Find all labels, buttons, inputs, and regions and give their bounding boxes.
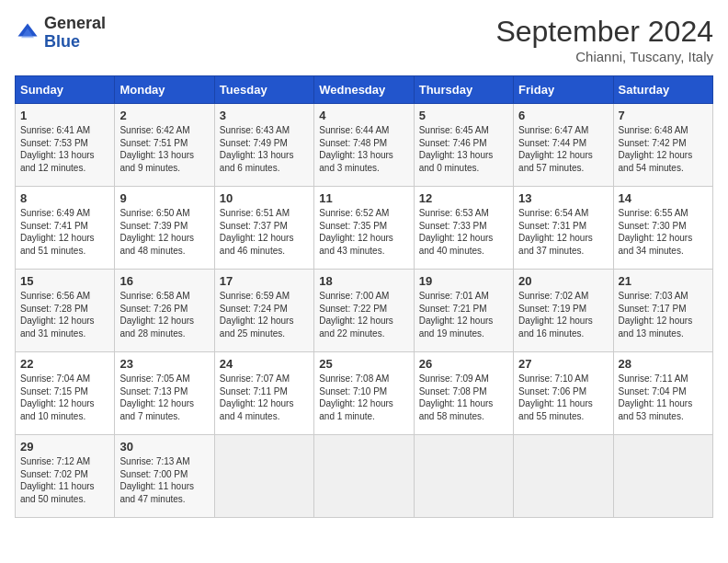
cell-details: Sunrise: 6:59 AMSunset: 7:24 PMDaylight:… [220, 290, 309, 339]
calendar-cell: 21Sunrise: 7:03 AMSunset: 7:17 PMDayligh… [613, 270, 712, 352]
calendar-cell: 27Sunrise: 7:10 AMSunset: 7:06 PMDayligh… [514, 352, 613, 435]
calendar-cell: 7Sunrise: 6:48 AMSunset: 7:42 PMDaylight… [613, 104, 712, 187]
calendar-cell: 25Sunrise: 7:08 AMSunset: 7:10 PMDayligh… [314, 352, 414, 435]
day-number: 14 [619, 191, 708, 205]
day-number: 19 [419, 274, 508, 288]
day-number: 30 [119, 440, 209, 454]
day-header-sunday: Sunday [16, 76, 115, 104]
cell-details: Sunrise: 7:13 AMSunset: 7:00 PMDaylight:… [119, 455, 209, 505]
header-row: SundayMondayTuesdayWednesdayThursdayFrid… [16, 76, 713, 104]
logo-icon [15, 20, 40, 46]
cell-details: Sunrise: 6:41 AMSunset: 7:53 PMDaylight:… [20, 124, 109, 174]
week-row-3: 15Sunrise: 6:56 AMSunset: 7:28 PMDayligh… [16, 270, 713, 352]
calendar-cell: 11Sunrise: 6:52 AMSunset: 7:35 PMDayligh… [314, 187, 414, 270]
cell-details: Sunrise: 6:49 AMSunset: 7:41 PMDaylight:… [20, 207, 109, 257]
calendar-cell [414, 435, 513, 518]
cell-details: Sunrise: 7:08 AMSunset: 7:10 PMDaylight:… [319, 373, 408, 422]
calendar-cell: 20Sunrise: 7:02 AMSunset: 7:19 PMDayligh… [514, 270, 613, 352]
day-number: 4 [319, 109, 408, 122]
day-header-monday: Monday [115, 76, 214, 104]
day-number: 9 [119, 191, 209, 205]
calendar-cell [214, 435, 313, 518]
day-header-friday: Friday [514, 76, 613, 104]
calendar-cell: 13Sunrise: 6:54 AMSunset: 7:31 PMDayligh… [514, 187, 613, 270]
day-number: 28 [619, 357, 708, 371]
logo-text: General Blue [44, 15, 106, 52]
day-number: 13 [518, 191, 608, 205]
day-number: 27 [518, 357, 608, 371]
cell-details: Sunrise: 6:50 AMSunset: 7:39 PMDaylight:… [119, 207, 209, 257]
day-number: 10 [220, 191, 309, 205]
cell-details: Sunrise: 6:43 AMSunset: 7:49 PMDaylight:… [220, 124, 309, 174]
cell-details: Sunrise: 7:01 AMSunset: 7:21 PMDaylight:… [419, 290, 508, 339]
cell-details: Sunrise: 7:09 AMSunset: 7:08 PMDaylight:… [419, 373, 508, 422]
logo: General Blue [15, 15, 106, 52]
day-number: 7 [619, 109, 708, 122]
cell-details: Sunrise: 6:47 AMSunset: 7:44 PMDaylight:… [518, 124, 608, 174]
day-header-tuesday: Tuesday [214, 76, 313, 104]
calendar-cell [613, 435, 712, 518]
calendar-cell: 17Sunrise: 6:59 AMSunset: 7:24 PMDayligh… [214, 270, 313, 352]
day-number: 2 [119, 109, 209, 122]
calendar-cell: 30Sunrise: 7:13 AMSunset: 7:00 PMDayligh… [115, 435, 214, 518]
calendar-cell: 15Sunrise: 6:56 AMSunset: 7:28 PMDayligh… [16, 270, 115, 352]
calendar-cell: 10Sunrise: 6:51 AMSunset: 7:37 PMDayligh… [214, 187, 313, 270]
day-number: 16 [119, 274, 209, 288]
day-number: 21 [619, 274, 708, 288]
calendar-cell: 4Sunrise: 6:44 AMSunset: 7:48 PMDaylight… [314, 104, 414, 187]
calendar-cell: 2Sunrise: 6:42 AMSunset: 7:51 PMDaylight… [115, 104, 214, 187]
calendar-cell: 19Sunrise: 7:01 AMSunset: 7:21 PMDayligh… [414, 270, 513, 352]
day-number: 15 [20, 274, 109, 288]
week-row-2: 8Sunrise: 6:49 AMSunset: 7:41 PMDaylight… [16, 187, 713, 270]
cell-details: Sunrise: 7:00 AMSunset: 7:22 PMDaylight:… [319, 290, 408, 339]
cell-details: Sunrise: 6:42 AMSunset: 7:51 PMDaylight:… [119, 124, 209, 174]
cell-details: Sunrise: 7:05 AMSunset: 7:13 PMDaylight:… [119, 373, 209, 422]
calendar-cell: 18Sunrise: 7:00 AMSunset: 7:22 PMDayligh… [314, 270, 414, 352]
cell-details: Sunrise: 6:45 AMSunset: 7:46 PMDaylight:… [419, 124, 508, 174]
cell-details: Sunrise: 7:10 AMSunset: 7:06 PMDaylight:… [518, 373, 608, 422]
location-subtitle: Chianni, Tuscany, Italy [495, 49, 713, 64]
logo-general: General [44, 14, 106, 32]
calendar-cell: 22Sunrise: 7:04 AMSunset: 7:15 PMDayligh… [16, 352, 115, 435]
title-block: September 2024 Chianni, Tuscany, Italy [495, 15, 713, 64]
day-header-saturday: Saturday [613, 76, 712, 104]
calendar-cell: 5Sunrise: 6:45 AMSunset: 7:46 PMDaylight… [414, 104, 513, 187]
calendar-cell: 23Sunrise: 7:05 AMSunset: 7:13 PMDayligh… [115, 352, 214, 435]
month-title: September 2024 [495, 15, 713, 49]
cell-details: Sunrise: 6:56 AMSunset: 7:28 PMDaylight:… [20, 290, 109, 339]
day-number: 24 [220, 357, 309, 371]
cell-details: Sunrise: 6:55 AMSunset: 7:30 PMDaylight:… [619, 207, 708, 257]
cell-details: Sunrise: 6:48 AMSunset: 7:42 PMDaylight:… [619, 124, 708, 174]
cell-details: Sunrise: 6:53 AMSunset: 7:33 PMDaylight:… [419, 207, 508, 257]
day-number: 12 [419, 191, 508, 205]
day-number: 23 [119, 357, 209, 371]
day-number: 22 [20, 357, 109, 371]
calendar-cell: 29Sunrise: 7:12 AMSunset: 7:02 PMDayligh… [16, 435, 115, 518]
cell-details: Sunrise: 7:11 AMSunset: 7:04 PMDaylight:… [619, 373, 708, 422]
logo-blue: Blue [44, 32, 80, 51]
day-number: 8 [20, 191, 109, 205]
week-row-5: 29Sunrise: 7:12 AMSunset: 7:02 PMDayligh… [16, 435, 713, 518]
calendar-cell: 16Sunrise: 6:58 AMSunset: 7:26 PMDayligh… [115, 270, 214, 352]
calendar-table: SundayMondayTuesdayWednesdayThursdayFrid… [15, 75, 713, 518]
day-number: 18 [319, 274, 408, 288]
cell-details: Sunrise: 7:04 AMSunset: 7:15 PMDaylight:… [20, 373, 109, 422]
cell-details: Sunrise: 6:54 AMSunset: 7:31 PMDaylight:… [518, 207, 608, 257]
day-number: 26 [419, 357, 508, 371]
cell-details: Sunrise: 6:58 AMSunset: 7:26 PMDaylight:… [119, 290, 209, 339]
calendar-cell: 8Sunrise: 6:49 AMSunset: 7:41 PMDaylight… [16, 187, 115, 270]
cell-details: Sunrise: 6:52 AMSunset: 7:35 PMDaylight:… [319, 207, 408, 257]
day-header-thursday: Thursday [414, 76, 513, 104]
cell-details: Sunrise: 7:12 AMSunset: 7:02 PMDaylight:… [20, 455, 109, 505]
day-number: 6 [518, 109, 608, 122]
day-header-wednesday: Wednesday [314, 76, 414, 104]
day-number: 20 [518, 274, 608, 288]
week-row-1: 1Sunrise: 6:41 AMSunset: 7:53 PMDaylight… [16, 104, 713, 187]
cell-details: Sunrise: 6:51 AMSunset: 7:37 PMDaylight:… [220, 207, 309, 257]
page-header: General Blue September 2024 Chianni, Tus… [15, 15, 713, 64]
cell-details: Sunrise: 7:02 AMSunset: 7:19 PMDaylight:… [518, 290, 608, 339]
calendar-cell: 3Sunrise: 6:43 AMSunset: 7:49 PMDaylight… [214, 104, 313, 187]
calendar-cell: 14Sunrise: 6:55 AMSunset: 7:30 PMDayligh… [613, 187, 712, 270]
day-number: 1 [20, 109, 109, 122]
cell-details: Sunrise: 7:03 AMSunset: 7:17 PMDaylight:… [619, 290, 708, 339]
